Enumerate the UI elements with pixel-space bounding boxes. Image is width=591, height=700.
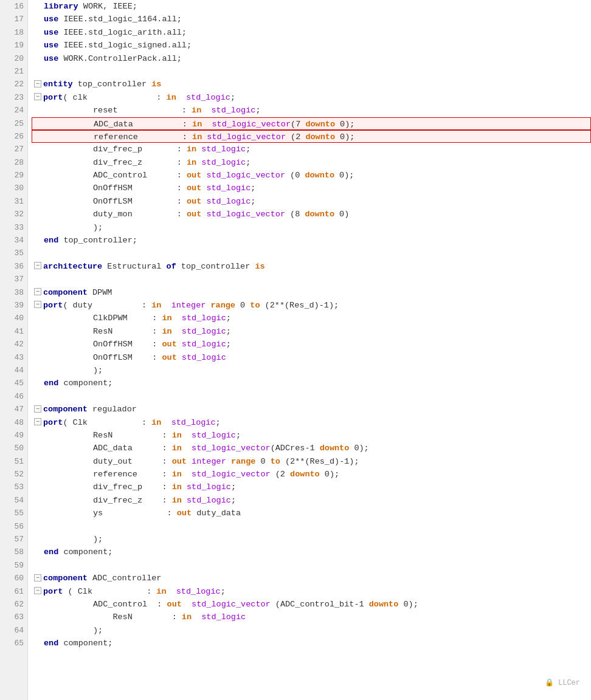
token: (ADC_control_bit-1 xyxy=(271,600,369,609)
token: ( Clk : xyxy=(68,587,157,596)
token: top_controller; xyxy=(63,236,137,245)
token: ClkDPWM : xyxy=(44,314,162,323)
token: architecture xyxy=(43,262,107,271)
token xyxy=(192,612,201,622)
fold-icon[interactable]: − xyxy=(34,262,41,269)
token: ; xyxy=(182,28,187,37)
token: reset : xyxy=(44,106,192,115)
code-line: ); xyxy=(34,533,591,546)
token: ADC_data : xyxy=(44,120,192,129)
line-number: 55 xyxy=(4,507,24,520)
code-line: ResN : in std_logic; xyxy=(34,325,591,338)
token: ResN : xyxy=(44,612,182,622)
token: ( Clk : xyxy=(63,418,151,427)
token: downto xyxy=(305,210,334,219)
line-number: 41 xyxy=(4,325,24,338)
fold-icon[interactable]: − xyxy=(34,574,41,582)
fold-icon[interactable]: − xyxy=(34,93,41,100)
code-line: reference : in std_logic_vector (2 downt… xyxy=(34,468,591,481)
token: std_logic_vector xyxy=(192,444,271,453)
token xyxy=(182,482,187,492)
token: end xyxy=(44,379,63,388)
fold-icon[interactable]: − xyxy=(34,301,41,308)
code-line: ADC_control : out std_logic_vector (ADC_… xyxy=(34,598,591,611)
token: std_logic xyxy=(201,145,246,154)
line-number: 32 xyxy=(4,208,24,221)
token: in xyxy=(192,106,201,115)
token: entity xyxy=(43,80,78,89)
token: ; xyxy=(255,106,260,115)
line-number: 44 xyxy=(4,364,24,377)
token: component xyxy=(43,405,92,414)
token: div_frec_p : xyxy=(44,482,172,492)
token: std_logic xyxy=(206,197,251,206)
token: std_logic xyxy=(192,431,236,440)
token: std_logic xyxy=(187,482,231,492)
token: 0 xyxy=(255,457,270,466)
token: downto xyxy=(320,444,350,453)
token: component; xyxy=(63,639,112,648)
token: ys : xyxy=(44,509,177,518)
fold-icon[interactable]: − xyxy=(34,288,41,295)
code-line: end component; xyxy=(34,637,591,650)
token: in xyxy=(172,470,182,479)
token: 0); xyxy=(334,171,354,180)
token: (2**(Res_d)-1); xyxy=(280,457,359,466)
token: ADC_control : xyxy=(44,600,167,609)
token: in xyxy=(182,612,192,622)
token: std_logic xyxy=(171,418,216,427)
token: out xyxy=(162,340,176,349)
token: use xyxy=(44,28,63,37)
fold-icon[interactable]: − xyxy=(34,418,41,425)
token: of xyxy=(167,262,181,271)
token xyxy=(182,444,192,453)
line-number: 33 xyxy=(4,221,24,234)
token: downto xyxy=(305,132,335,142)
line-number: 62 xyxy=(4,598,24,611)
token: 0); xyxy=(349,444,368,453)
token: std_logic xyxy=(211,106,255,115)
code-line: duty_mon : out std_logic_vector (8 downt… xyxy=(34,208,591,221)
token: std_logic xyxy=(186,93,230,102)
line-number: 25 xyxy=(4,117,24,130)
token: all xyxy=(162,54,176,63)
token: out xyxy=(187,210,201,219)
line-number: 16 xyxy=(4,0,24,13)
token: std_logic xyxy=(176,587,221,596)
token: ; xyxy=(231,482,236,492)
token: is xyxy=(255,262,264,271)
token: out xyxy=(172,457,187,466)
token: range xyxy=(231,457,256,466)
code-line xyxy=(34,390,591,403)
token: downto xyxy=(305,120,335,129)
token: top_controller xyxy=(181,262,255,271)
line-number: 30 xyxy=(4,182,24,194)
line-number: 53 xyxy=(4,481,24,493)
token xyxy=(172,327,182,336)
token: in xyxy=(192,120,202,129)
line-number: 38 xyxy=(4,286,24,299)
token: Estructural xyxy=(107,262,166,271)
token: (ADCres-1 xyxy=(271,444,320,453)
token: downto xyxy=(305,171,334,180)
token xyxy=(172,314,182,323)
token: end xyxy=(44,236,63,245)
token: out xyxy=(162,353,176,362)
fold-icon[interactable]: − xyxy=(34,80,41,88)
line-number: 26 xyxy=(4,130,24,143)
token: (8 xyxy=(285,210,305,219)
token: regulador xyxy=(92,405,137,414)
token: reference : xyxy=(44,470,172,479)
code-line: div_frec_p : in std_logic; xyxy=(34,481,591,493)
token: is xyxy=(151,80,161,89)
token: 0); xyxy=(335,120,354,129)
token: component xyxy=(43,574,92,583)
token: WORK.ControllerPack. xyxy=(63,54,162,63)
fold-icon[interactable]: − xyxy=(34,587,41,594)
code-line: ); xyxy=(34,364,591,377)
code-line: end component; xyxy=(34,546,591,558)
token: (0 xyxy=(285,171,305,180)
fold-icon[interactable]: − xyxy=(34,405,41,413)
line-number: 61 xyxy=(4,585,24,598)
token: ; xyxy=(251,184,255,193)
